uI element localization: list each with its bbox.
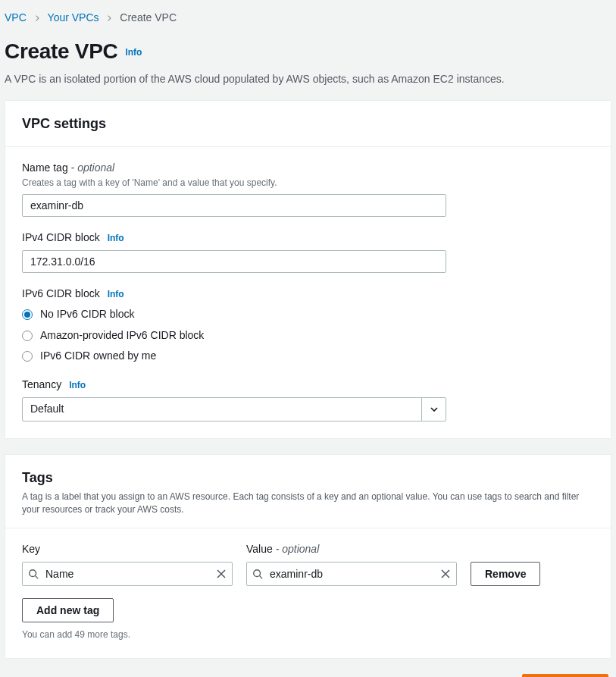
radio-icon xyxy=(22,351,33,362)
tenancy-field: Tenancy Info Default xyxy=(22,378,594,422)
name-tag-field: Name tag - optional Creates a tag with a… xyxy=(22,161,594,217)
name-tag-input[interactable] xyxy=(22,194,446,217)
tenancy-label: Tenancy xyxy=(22,378,61,393)
page-title-info-link[interactable]: Info xyxy=(125,47,142,58)
search-icon xyxy=(246,562,269,586)
clear-icon[interactable] xyxy=(210,562,233,586)
tag-value-column-label: Value xyxy=(246,543,273,555)
vpc-settings-panel: VPC settings Name tag - optional Creates… xyxy=(5,100,611,438)
name-tag-optional: - optional xyxy=(71,161,115,174)
ipv4-cidr-field: IPv4 CIDR block Info xyxy=(22,230,594,273)
tags-remaining-hint: You can add 49 more tags. xyxy=(22,628,594,641)
ipv6-option-amazon-label: Amazon-provided IPv6 CIDR block xyxy=(40,328,204,343)
add-new-tag-button[interactable]: Add new tag xyxy=(22,598,114,622)
tag-value-input[interactable] xyxy=(246,562,457,586)
breadcrumb: VPC Your VPCs Create VPC xyxy=(5,11,611,26)
tag-row: Key Value - optional xyxy=(22,542,594,586)
ipv4-cidr-label: IPv4 CIDR block xyxy=(22,230,100,246)
tag-key-column-label: Key xyxy=(22,542,233,557)
page-description: A VPC is an isolated portion of the AWS … xyxy=(5,72,611,87)
svg-point-1 xyxy=(254,570,261,577)
svg-point-0 xyxy=(30,570,36,577)
search-icon xyxy=(22,562,45,586)
ipv6-option-none[interactable]: No IPv6 CIDR block xyxy=(22,307,594,322)
clear-icon[interactable] xyxy=(434,562,457,586)
ipv4-cidr-input[interactable] xyxy=(22,250,446,273)
ipv6-option-amazon[interactable]: Amazon-provided IPv6 CIDR block xyxy=(22,328,594,343)
name-tag-label: Name tag xyxy=(22,161,68,174)
ipv6-option-none-label: No IPv6 CIDR block xyxy=(40,307,134,322)
tags-description: A tag is a label that you assign to an A… xyxy=(22,491,594,516)
chevron-right-icon xyxy=(34,11,43,24)
vpc-settings-heading: VPC settings xyxy=(22,114,594,133)
create-vpc-button[interactable]: Create VPC xyxy=(522,674,608,677)
tag-value-optional: - optional xyxy=(276,543,320,555)
remove-tag-button[interactable]: Remove xyxy=(471,562,540,586)
breadcrumb-link-vpc[interactable]: VPC xyxy=(5,11,27,24)
chevron-right-icon xyxy=(106,11,115,24)
tenancy-select[interactable]: Default xyxy=(22,397,446,422)
tenancy-info-link[interactable]: Info xyxy=(69,379,86,392)
ipv6-option-owned[interactable]: IPv6 CIDR owned by me xyxy=(22,349,594,364)
tag-key-input[interactable] xyxy=(22,562,233,586)
chevron-down-icon xyxy=(421,398,446,421)
ipv6-option-owned-label: IPv6 CIDR owned by me xyxy=(40,349,156,364)
name-tag-help: Creates a tag with a key of 'Name' and a… xyxy=(22,177,594,190)
radio-icon xyxy=(22,309,33,320)
breadcrumb-link-your-vpcs[interactable]: Your VPCs xyxy=(48,11,99,24)
tags-heading: Tags xyxy=(22,469,594,487)
tenancy-select-value: Default xyxy=(30,402,64,417)
ipv6-cidr-field: IPv6 CIDR block Info No IPv6 CIDR block … xyxy=(22,287,594,364)
radio-icon xyxy=(22,331,33,341)
ipv4-cidr-info-link[interactable]: Info xyxy=(108,232,124,245)
cancel-button[interactable]: Cancel xyxy=(460,674,514,677)
breadcrumb-current: Create VPC xyxy=(120,11,177,24)
ipv6-cidr-label: IPv6 CIDR block xyxy=(22,287,100,302)
page-title: Create VPC xyxy=(5,36,118,66)
ipv6-cidr-info-link[interactable]: Info xyxy=(108,288,124,301)
footer-actions: Cancel Create VPC xyxy=(5,674,611,677)
tags-panel: Tags A tag is a label that you assign to… xyxy=(5,454,611,659)
